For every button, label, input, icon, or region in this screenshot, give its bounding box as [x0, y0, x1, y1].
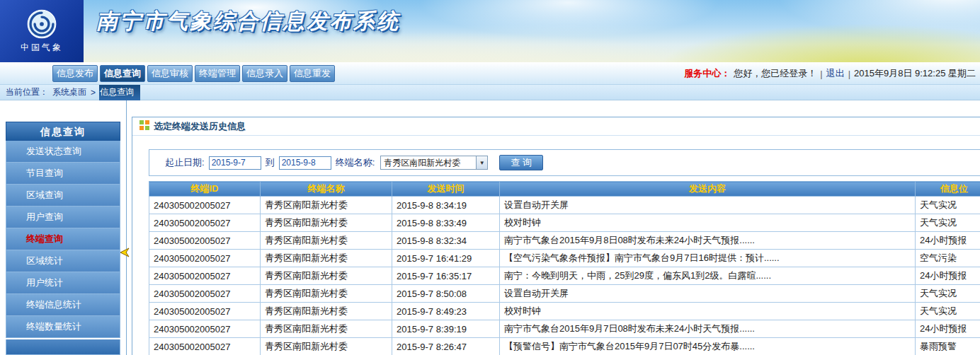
table-body: 240305002005027青秀区南阳新光村委2015-9-8 8:34:19… [149, 197, 980, 355]
table-row[interactable]: 240305002005027青秀区南阳新光村委2015-9-7 8:39:19… [149, 320, 980, 338]
table-cell: 2015-9-7 8:26:47 [392, 338, 500, 355]
table-row[interactable]: 240305002005027青秀区南阳新光村委2015-9-7 16:41:2… [149, 250, 980, 267]
table-row[interactable]: 240305002005027青秀区南阳新光村委2015-9-8 8:32:34… [149, 232, 980, 250]
history-table: 终端ID终端名称发送时间发送内容信息位 240305002005027青秀区南阳… [149, 181, 980, 355]
table-cell: 青秀区南阳新光村委 [261, 267, 392, 285]
table-cell: 青秀区南阳新光村委 [261, 320, 392, 338]
table-cell: 南宁市气象台2015年9月7日08时发布未来24小时天气预报...... [500, 320, 916, 338]
table-cell: 设置自动开关屏 [500, 197, 916, 214]
table-cell: 天气实况 [916, 214, 980, 232]
sidebar-header: 信息查询 [6, 122, 120, 141]
table-cell: 暴雨预警 [916, 338, 980, 355]
table-cell: 2015-9-8 8:33:49 [392, 214, 500, 232]
sidebar-footer [6, 339, 120, 355]
table-cell: 240305002005027 [149, 197, 261, 214]
top-banner: 中国气象 南宁市气象综合信息发布系统 [0, 0, 980, 62]
table-cell: 240305002005027 [149, 320, 261, 338]
separator: | [848, 69, 850, 79]
table-cell: 校对时钟 [500, 303, 916, 320]
table-row[interactable]: 240305002005027青秀区南阳新光村委2015-9-7 8:26:47… [149, 338, 980, 355]
column-header: 发送内容 [500, 182, 916, 197]
sidebar-item-7[interactable]: 用户统计 [6, 272, 120, 294]
table-cell: 青秀区南阳新光村委 [261, 250, 392, 267]
table-cell: 240305002005027 [149, 214, 261, 232]
table-cell: 青秀区南阳新光村委 [261, 303, 392, 320]
table-cell: 【预警信号】南宁市气象台2015年9月7日07时45分发布暴...... [500, 338, 916, 355]
column-header: 终端ID [149, 182, 261, 197]
sidebar-item-1[interactable]: 发送状态查询 [6, 141, 120, 163]
table-cell: 青秀区南阳新光村委 [261, 285, 392, 303]
breadcrumb-arrow: > [91, 88, 96, 98]
table-cell: 240305002005027 [149, 232, 261, 250]
table-cell: 2015-9-7 16:35:17 [392, 267, 500, 285]
table-cell: 天气实况 [916, 197, 980, 214]
date-range-label: 起止日期: [165, 156, 205, 169]
table-row[interactable]: 240305002005027青秀区南阳新光村委2015-9-8 8:34:19… [149, 197, 980, 214]
sidebar-item-3[interactable]: 区域查询 [6, 185, 120, 206]
nav-tabs: 信息发布信息查询信息审核终端管理信息录入信息重发 [52, 65, 335, 82]
page-title: 南宁市气象综合信息发布系统 [96, 7, 400, 36]
date-to-input[interactable] [279, 156, 331, 170]
table-row[interactable]: 240305002005027青秀区南阳新光村委2015-9-7 16:35:1… [149, 267, 980, 285]
table-cell: 2015-9-7 16:41:29 [392, 250, 500, 267]
nav-tab-4[interactable]: 终端管理 [195, 65, 240, 82]
nav-right: 服务中心： 您好，您已经登录！ | 退出 | 2015年9月8日 9:12:25… [684, 62, 976, 85]
cma-logo-icon [26, 8, 57, 40]
terminal-select[interactable]: 青秀区南阳新光村委 ▼ [380, 156, 488, 170]
grid-icon [139, 120, 149, 132]
nav-bar: 信息发布信息查询信息审核终端管理信息录入信息重发 服务中心： 您好，您已经登录！… [0, 62, 980, 85]
nav-tab-1[interactable]: 信息发布 [52, 65, 98, 82]
table-cell: 2015-9-8 8:34:19 [392, 197, 500, 214]
nav-tab-6[interactable]: 信息重发 [290, 65, 335, 82]
separator: | [820, 69, 822, 79]
content-area: 信息查询 发送状态查询节目查询区域查询用户查询终端查询区域统计用户统计终端信息统… [0, 100, 980, 355]
table-cell: 2015-9-7 8:50:08 [392, 285, 500, 303]
section-title-bar: 选定终端发送历史信息 [132, 117, 980, 136]
logout-link[interactable]: 退出 [826, 67, 845, 80]
main-panel: 选定终端发送历史信息 起止日期: 到 终端名称: 青秀区南阳新光村委 ▼ 查 询… [132, 117, 980, 355]
table-cell: 南宁市气象台2015年9月8日08时发布未来24小时天气预报...... [500, 232, 916, 250]
terminal-select-value: 青秀区南阳新光村委 [384, 157, 460, 169]
table-row[interactable]: 240305002005027青秀区南阳新光村委2015-9-8 8:33:49… [149, 214, 980, 232]
nav-tab-5[interactable]: 信息录入 [242, 65, 287, 82]
breadcrumb-home[interactable]: 系统桌面 [52, 86, 86, 98]
table-cell: 青秀区南阳新光村委 [261, 214, 392, 232]
column-header: 终端名称 [261, 182, 392, 197]
sidebar-item-9[interactable]: 终端数量统计 [6, 316, 120, 338]
table-cell: 青秀区南阳新光村委 [261, 338, 392, 355]
sidebar-item-5[interactable]: 终端查询 [6, 228, 120, 250]
sidebar-item-4[interactable]: 用户查询 [6, 206, 120, 228]
collapse-sidebar-arrow-icon[interactable] [118, 248, 130, 260]
section-title: 选定终端发送历史信息 [154, 120, 246, 133]
table-row[interactable]: 240305002005027青秀区南阳新光村委2015-9-7 8:50:08… [149, 285, 980, 303]
service-center-label: 服务中心： [684, 67, 730, 80]
logo-block: 中国气象 [0, 0, 84, 62]
sidebar-item-8[interactable]: 终端信息统计 [6, 294, 120, 316]
nav-tab-2[interactable]: 信息查询 [100, 65, 145, 82]
sidebar-item-6[interactable]: 区域统计 [6, 250, 120, 272]
table-cell: 240305002005027 [149, 250, 261, 267]
table-cell: 240305002005027 [149, 338, 261, 355]
table-cell: 24小时预报 [916, 232, 980, 250]
table-cell: 2015-9-7 8:39:19 [392, 320, 500, 338]
nav-tab-3[interactable]: 信息审核 [147, 65, 193, 82]
sidebar: 信息查询 发送状态查询节目查询区域查询用户查询终端查询区域统计用户统计终端信息统… [6, 122, 120, 355]
column-header: 发送时间 [392, 182, 500, 197]
breadcrumb-label: 当前位置： [6, 86, 48, 98]
query-button[interactable]: 查 询 [499, 155, 543, 170]
breadcrumb-bar: 当前位置： 系统桌面 > 信息查询 暂时没有待审核信息 [0, 85, 980, 100]
breadcrumb-current: 信息查询 [100, 86, 134, 98]
table-cell: 240305002005027 [149, 285, 261, 303]
table-cell: 2015-9-7 8:49:23 [392, 303, 500, 320]
date-from-input[interactable] [209, 156, 261, 170]
table-cell: 青秀区南阳新光村委 [261, 197, 392, 214]
terminal-name-label: 终端名称: [336, 156, 375, 169]
sidebar-item-2[interactable]: 节目查询 [6, 163, 120, 185]
column-header: 信息位 [916, 182, 980, 197]
table-cell: 240305002005027 [149, 303, 261, 320]
table-cell: 校对时钟 [500, 214, 916, 232]
logo-text: 中国气象 [21, 42, 63, 54]
table-header-row: 终端ID终端名称发送时间发送内容信息位 [149, 182, 980, 197]
table-row[interactable]: 240305002005027青秀区南阳新光村委2015-9-7 8:49:23… [149, 303, 980, 320]
table-cell: 240305002005027 [149, 267, 261, 285]
